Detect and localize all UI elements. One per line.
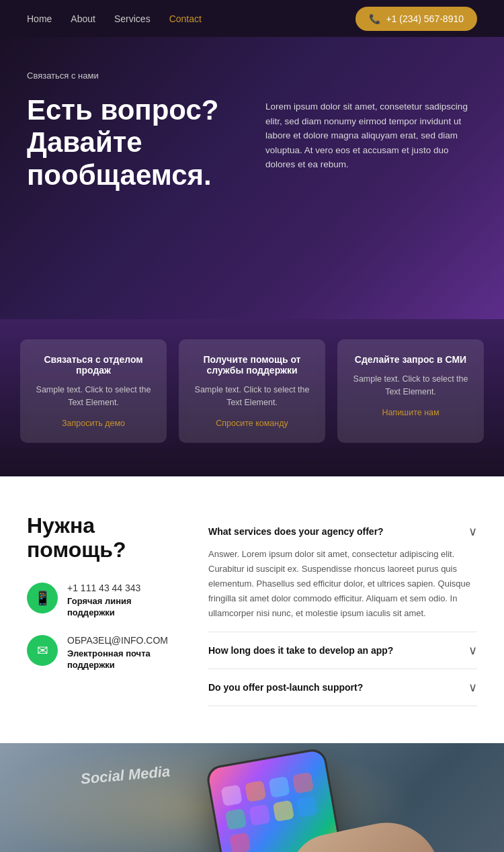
faq-question-3[interactable]: Do you offer post-launch support? ∨ bbox=[208, 680, 477, 695]
card-support: Получите помощь от службы поддержки Samp… bbox=[179, 339, 325, 443]
contact-phone-number: +1 111 43 44 343 bbox=[67, 583, 175, 593]
app-icon-8 bbox=[296, 796, 318, 817]
help-section: Нужна помощь? 📱 +1 111 43 44 343 Горячая… bbox=[0, 476, 504, 743]
faq-question-2[interactable]: How long does it take to develop an app?… bbox=[208, 643, 477, 658]
nav-about[interactable]: About bbox=[71, 13, 95, 24]
hero-description: Lorem ipsum dolor sit amet, consetetur s… bbox=[265, 94, 477, 172]
app-icon-7 bbox=[273, 800, 294, 822]
contact-email-label: Электронная почта поддержки bbox=[67, 648, 175, 671]
contact-phone-info: +1 111 43 44 343 Горячая линия поддержки bbox=[67, 583, 175, 619]
help-title: Нужна помощь? bbox=[27, 513, 175, 563]
faq-item-3: Do you offer post-launch support? ∨ bbox=[208, 669, 477, 706]
phone-contact-icon: 📱 bbox=[27, 583, 58, 613]
card-media-text: Sample text. Click to select the Text El… bbox=[349, 373, 472, 398]
card-media: Сделайте запрос в СМИ Sample text. Click… bbox=[337, 339, 484, 443]
card-media-title: Сделайте запрос в СМИ bbox=[349, 354, 472, 365]
phone-image-section: Social Media bbox=[0, 743, 504, 852]
navigation: Home About Services Contact 📞 +1 (234) 5… bbox=[0, 0, 504, 37]
nav-services[interactable]: Services bbox=[114, 13, 151, 24]
help-left: Нужна помощь? 📱 +1 111 43 44 343 Горячая… bbox=[27, 513, 175, 706]
faq-section: What services does your agency offer? ∨ … bbox=[208, 513, 477, 706]
app-icon-4 bbox=[292, 772, 314, 794]
faq-question-1[interactable]: What services does your agency offer? ∨ bbox=[208, 524, 477, 539]
hero-content: Есть вопрос? Давайте пообщаемся. Lorem i… bbox=[27, 94, 477, 191]
phone-icon: 📞 bbox=[369, 13, 380, 24]
app-icon-2 bbox=[245, 780, 266, 802]
hero-label: Связаться с нами bbox=[27, 71, 477, 81]
faq-question-1-text: What services does your agency offer? bbox=[208, 526, 384, 537]
contact-phone: 📱 +1 111 43 44 343 Горячая линия поддерж… bbox=[27, 583, 175, 619]
contact-email-info: ОБРАЗЕЦ@INFO.COM Электронная почта подде… bbox=[67, 635, 175, 671]
card-sales: Связаться с отделом продаж Sample text. … bbox=[20, 339, 167, 443]
hero-section: Связаться с нами Есть вопрос? Давайте по… bbox=[0, 37, 504, 319]
app-icon-5 bbox=[225, 808, 247, 830]
app-icon-3 bbox=[268, 776, 290, 798]
faq-question-2-text: How long does it take to develop an app? bbox=[208, 645, 393, 656]
nav-home[interactable]: Home bbox=[27, 13, 52, 24]
cards-section: Связаться с отделом продаж Sample text. … bbox=[0, 319, 504, 476]
card-sales-link[interactable]: Запросить демо bbox=[32, 419, 155, 428]
app-icon-9 bbox=[229, 833, 251, 852]
app-icon-1 bbox=[220, 785, 242, 806]
card-sales-text: Sample text. Click to select the Text El… bbox=[32, 384, 155, 409]
card-sales-title: Связаться с отделом продаж bbox=[32, 354, 155, 376]
email-contact-icon: ✉ bbox=[27, 635, 58, 666]
faq-item-1: What services does your agency offer? ∨ … bbox=[208, 513, 477, 632]
card-support-text: Sample text. Click to select the Text El… bbox=[191, 384, 313, 409]
faq-item-2: How long does it take to develop an app?… bbox=[208, 632, 477, 669]
phone-button[interactable]: 📞 +1 (234) 567-8910 bbox=[355, 7, 477, 31]
app-icon-6 bbox=[249, 804, 270, 826]
hero-title: Есть вопрос? Давайте пообщаемся. bbox=[27, 94, 239, 191]
contact-phone-label: Горячая линия поддержки bbox=[67, 596, 175, 619]
card-support-link[interactable]: Спросите команду bbox=[191, 419, 313, 428]
phone-number: +1 (234) 567-8910 bbox=[386, 13, 464, 24]
faq-chevron-3-icon: ∨ bbox=[468, 680, 477, 695]
contact-email-address: ОБРАЗЕЦ@INFO.COM bbox=[67, 635, 175, 646]
card-support-title: Получите помощь от службы поддержки bbox=[191, 354, 313, 376]
faq-chevron-2-icon: ∨ bbox=[468, 643, 477, 658]
faq-chevron-1-icon: ∨ bbox=[468, 524, 477, 539]
contact-email: ✉ ОБРАЗЕЦ@INFO.COM Электронная почта под… bbox=[27, 635, 175, 671]
faq-answer-1: Answer. Lorem ipsum dolor sit amet, cons… bbox=[208, 547, 477, 621]
card-media-link[interactable]: Напишите нам bbox=[349, 408, 472, 417]
nav-links: Home About Services Contact bbox=[27, 13, 202, 24]
faq-question-3-text: Do you offer post-launch support? bbox=[208, 682, 363, 693]
nav-contact[interactable]: Contact bbox=[169, 13, 202, 24]
